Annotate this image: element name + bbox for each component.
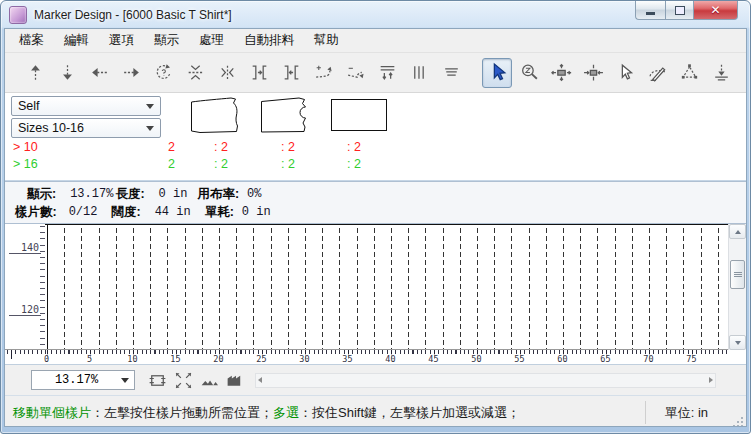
chevron-down-icon xyxy=(121,378,129,383)
size-count: : 2 xyxy=(281,157,307,171)
info-label: 闊度: xyxy=(111,204,140,221)
tool-horizontal-lines[interactable] xyxy=(436,58,466,88)
tool-vertical-guides[interactable] xyxy=(404,58,434,88)
zoom-level-value: 13.17% xyxy=(32,373,121,387)
tool-flip-horizontal[interactable] xyxy=(212,58,242,88)
vertical-scrollbar[interactable] xyxy=(728,224,746,350)
piece-thumbnail-back[interactable] xyxy=(260,96,322,136)
close-button[interactable]: ✕ xyxy=(693,1,738,20)
rotate-ccw-icon xyxy=(313,62,334,83)
h-ruler-label: 60 xyxy=(556,354,568,364)
info-value: 13.17% xyxy=(70,187,113,201)
scroll-up-button[interactable] xyxy=(729,224,746,239)
chevron-down-icon xyxy=(146,104,154,109)
app-icon[interactable] xyxy=(9,6,27,24)
marker-grid[interactable] xyxy=(45,224,729,350)
size-count: : 2 xyxy=(214,140,240,154)
h-ruler-label: 45 xyxy=(427,354,439,364)
tool-compress-horizontal[interactable] xyxy=(578,58,608,88)
scroll-down-button[interactable] xyxy=(729,335,746,350)
zoom-level-select[interactable]: 13.17% xyxy=(31,370,135,390)
h-ruler-label: 55 xyxy=(513,354,525,364)
tool-pick-arrow[interactable] xyxy=(610,58,640,88)
fabric-select-value: Self xyxy=(18,99,40,113)
tool-pieces-large[interactable] xyxy=(223,368,247,392)
marker-left-edge xyxy=(47,224,48,350)
tool-edit-nodes[interactable] xyxy=(674,58,704,88)
tool-rotate-piece[interactable] xyxy=(642,58,672,88)
zoom-icon xyxy=(519,62,540,83)
tool-spread-horizontal[interactable] xyxy=(546,58,576,88)
fabric-select[interactable]: Self xyxy=(11,96,161,116)
select-icon xyxy=(487,62,508,83)
tool-zoom[interactable] xyxy=(514,58,544,88)
toolbar-group-left xyxy=(19,58,467,88)
menu-item-5[interactable]: 自動排料 xyxy=(234,29,304,52)
arrow-right-icon[interactable] xyxy=(709,377,713,383)
zoom-tools xyxy=(143,368,247,392)
rotate-undo-icon xyxy=(153,62,174,83)
menu-item-3[interactable]: 顯示 xyxy=(144,29,189,52)
arrow-left-icon[interactable] xyxy=(258,377,262,383)
tool-move-down[interactable] xyxy=(52,58,82,88)
menu-item-0[interactable]: 檔案 xyxy=(9,29,54,52)
tool-marker-frame[interactable] xyxy=(145,368,169,392)
tool-select[interactable] xyxy=(482,58,512,88)
tool-move-up[interactable] xyxy=(20,58,50,88)
marker-frame-icon xyxy=(147,370,168,391)
restore-button[interactable] xyxy=(665,1,693,20)
menu-item-2[interactable]: 選項 xyxy=(99,29,144,52)
tool-rotate-undo[interactable] xyxy=(148,58,178,88)
status-segment: 移動單個樣片 xyxy=(13,405,91,420)
move-up-icon xyxy=(25,62,46,83)
v-ruler-label: 140 xyxy=(9,242,41,254)
spread-horizontal-icon xyxy=(551,62,572,83)
menu-item-6[interactable]: 幫助 xyxy=(304,29,349,52)
menu-item-4[interactable]: 處理 xyxy=(189,29,234,52)
gap-close-icon xyxy=(281,62,302,83)
resize-grip[interactable] xyxy=(733,416,744,427)
info-value: 0/12 xyxy=(69,205,98,219)
vertical-scroll-thumb[interactable] xyxy=(730,260,745,289)
tool-flip-vertical[interactable] xyxy=(180,58,210,88)
h-ruler-label: 35 xyxy=(341,354,353,364)
toolbar: » xyxy=(5,53,746,93)
tool-drop-piece[interactable] xyxy=(706,58,736,88)
tool-gap-open[interactable] xyxy=(244,58,274,88)
edit-nodes-icon xyxy=(679,62,700,83)
tool-move-right[interactable] xyxy=(116,58,146,88)
size-row-1[interactable]: > 162: 2: 2: 2 xyxy=(5,157,746,174)
size-count: : 2 xyxy=(347,157,373,171)
restore-icon xyxy=(675,6,685,15)
info-value: 0 in xyxy=(159,187,188,201)
info-panel: 顯示:13.17%長度:0 in用布率:0%樣片數:0/12闊度:44 in單耗… xyxy=(5,181,746,224)
minimize-button[interactable] xyxy=(635,1,665,20)
menu-item-1[interactable]: 編輯 xyxy=(54,29,99,52)
h-ruler-label: 65 xyxy=(599,354,611,364)
tool-rotate-cw[interactable] xyxy=(340,58,370,88)
marker-canvas[interactable]: 140120 051015202530354045505560657075 xyxy=(5,224,746,365)
h-ruler-label: 40 xyxy=(384,354,396,364)
tool-rotate-ccw[interactable] xyxy=(308,58,338,88)
info-label: 用布率: xyxy=(197,186,239,203)
horizontal-scrollbar[interactable] xyxy=(255,373,716,388)
size-label[interactable]: > 10 xyxy=(13,140,38,154)
arrow-down-icon xyxy=(735,341,741,345)
pieces-large-icon xyxy=(225,370,246,391)
size-row-0[interactable]: > 102: 2: 2: 2 xyxy=(5,140,746,157)
fit-view-icon xyxy=(173,370,194,391)
info-value: 0% xyxy=(247,187,261,201)
size-range-select[interactable]: Sizes 10-16 xyxy=(11,118,161,138)
h-ruler-label: 10 xyxy=(126,354,138,364)
piece-thumbnail-sleeve[interactable] xyxy=(330,97,390,135)
tool-move-left[interactable] xyxy=(84,58,114,88)
title-bar[interactable]: Marker Design - [6000 Basic T Shirt*] ✕ xyxy=(1,1,750,28)
piece-thumbnail-front[interactable] xyxy=(190,96,252,136)
tool-pieces-small[interactable] xyxy=(197,368,221,392)
tool-gap-close[interactable] xyxy=(276,58,306,88)
move-left-icon xyxy=(89,62,110,83)
tool-fit-view[interactable] xyxy=(171,368,195,392)
tool-align-gap[interactable] xyxy=(372,58,402,88)
status-segment: ：左擊按住樣片拖動所需位置； xyxy=(91,405,273,420)
size-label[interactable]: > 16 xyxy=(13,157,38,171)
